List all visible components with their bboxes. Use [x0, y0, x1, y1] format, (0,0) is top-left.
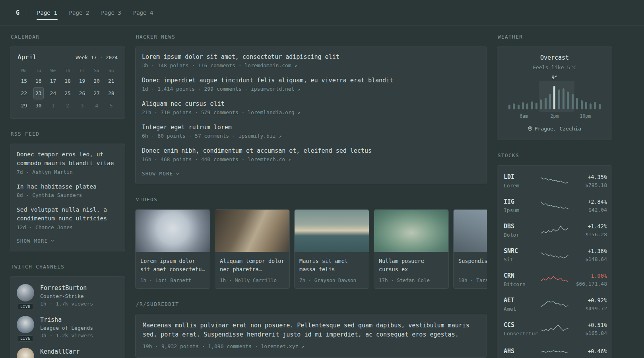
calendar-day[interactable]: 5 [104, 99, 118, 112]
hacker-news-item-domain[interactable]: loremlandia.org [248, 109, 294, 115]
stock-row[interactable]: IIGIpsum+2.84%$42.04 [504, 193, 605, 218]
stock-change: +2.84% [569, 198, 607, 205]
video-thumbnail[interactable] [454, 210, 487, 252]
calendar-day[interactable]: 28 [104, 87, 118, 99]
calendar-day[interactable]: 4 [89, 99, 104, 112]
hacker-news-item-domain[interactable]: loremtech.co [248, 156, 285, 162]
weather-bar [594, 102, 596, 109]
tab-page-3[interactable]: Page 3 [101, 10, 122, 16]
stock-row[interactable]: CCSConsectetur+0.51%$165.84 [504, 317, 605, 341]
stock-price: $795.18 [569, 182, 607, 188]
stock-symbol: AET [504, 297, 540, 304]
calendar-day[interactable]: 29 [17, 99, 31, 112]
calendar-day[interactable]: 16 [31, 75, 46, 87]
stock-sparkline [540, 298, 569, 310]
hacker-news-show-more-label: SHOW MORE [142, 171, 173, 177]
stock-row[interactable]: AHS+0.46% [504, 341, 605, 358]
stock-sparkline [540, 249, 569, 261]
twitch-channel-name[interactable]: ForrestBurton [40, 284, 93, 292]
subreddit-post-domain[interactable]: loremnet.xyz [261, 343, 298, 349]
calendar-day[interactable]: 3 [75, 99, 89, 112]
hacker-news-item-title[interactable]: Donec enim nibh, condimentum et accumsan… [142, 147, 480, 154]
tab-page-2[interactable]: Page 2 [69, 10, 90, 16]
twitch-channel-info: KendallCarr [40, 348, 80, 358]
hacker-news-show-more-button[interactable]: SHOW MORE [142, 171, 480, 177]
twitch-channel-row[interactable]: LIVEForrestBurtonCounter-Strike1h · 1.7k… [17, 284, 118, 307]
stock-row[interactable]: CRNBitcorn-1.00%$66,171.48 [504, 267, 605, 292]
hacker-news-item-domain[interactable]: loremdomain.com [244, 62, 291, 68]
rss-item[interactable]: Sed volutpat nulla nisl, a condimentum n… [17, 206, 118, 230]
hacker-news-item-meta: 6h · 60 points · 57 comments · ipsumify.… [142, 133, 480, 139]
video-thumbnail[interactable] [215, 210, 289, 252]
stock-symbol: SNRC [504, 247, 540, 255]
hacker-news-item: Integer eget rutrum lorem6h · 60 points … [142, 124, 480, 139]
twitch-channel-meta: 1h · 1.7k viewers [40, 301, 93, 307]
hacker-news-card: Lorem ipsum dolor sit amet, consectetur … [135, 47, 487, 184]
video-card[interactable]: Aliquam tempor dolor nec pharetra…1h · M… [215, 209, 290, 289]
tab-page-4[interactable]: Page 4 [133, 10, 154, 16]
twitch-channel-name[interactable]: Trisha [40, 316, 93, 323]
subreddit-post-title[interactable]: Maecenas mollis pulvinar erat non posuer… [143, 321, 479, 340]
stock-row[interactable]: AETAmet+0.92%$499.72 [504, 292, 605, 317]
weather-bar [545, 98, 547, 109]
subreddit-section-title: /R/SUBREDDIT [136, 301, 487, 307]
video-thumbnail[interactable] [136, 210, 210, 252]
external-link-icon: ↗ [295, 63, 297, 68]
calendar-day[interactable]: 30 [31, 99, 46, 112]
calendar-day[interactable]: 2 [60, 99, 75, 112]
weather-bar [590, 103, 592, 110]
tab-page-1[interactable]: Page 1 [37, 10, 58, 16]
calendar-day[interactable]: 23 [33, 87, 44, 99]
video-meta: 17h · Stefan Cole [379, 277, 444, 283]
calendar-day[interactable]: 24 [46, 87, 60, 99]
video-card[interactable]: Suspendisse diam18h · Tara [453, 209, 487, 289]
twitch-channel-name[interactable]: KendallCarr [40, 348, 80, 355]
hacker-news-item-domain[interactable]: ipsumworld.net [251, 86, 295, 92]
app-logo[interactable]: G [16, 9, 19, 16]
video-meta: 7h · Grayson Dawson [299, 277, 364, 283]
video-card[interactable]: Lorem ipsum dolor sit amet consectetu…1h… [135, 209, 210, 289]
calendar-day[interactable]: 20 [89, 75, 104, 87]
rss-item[interactable]: Donec tempor eros leo, ut commodo mauris… [17, 150, 118, 175]
video-thumbnail[interactable] [374, 210, 448, 252]
hacker-news-item-title[interactable]: Lorem ipsum dolor sit amet, consectetur … [142, 53, 480, 60]
calendar-day[interactable]: 1 [46, 99, 60, 112]
twitch-channel-row[interactable]: LIVETrishaLeague of Legends3h · 1.2k vie… [17, 316, 118, 339]
stock-symbol-block: SNRCSit [504, 247, 540, 263]
calendar-day[interactable]: 19 [75, 75, 89, 87]
calendar-day[interactable]: 25 [60, 87, 75, 99]
stock-name: Lorem [504, 183, 540, 189]
video-thumbnail[interactable] [295, 210, 369, 252]
rss-item[interactable]: In hac habitasse platea8d · Cynthia Saun… [17, 183, 118, 198]
calendar-day[interactable]: 27 [89, 87, 104, 99]
stock-sparkline [540, 200, 569, 212]
hacker-news-item-title[interactable]: Aliquam nec cursus elit [142, 100, 480, 107]
hacker-news-item-domain[interactable]: ipsumify.biz [239, 133, 276, 139]
video-body: Lorem ipsum dolor sit amet consectetu…1h… [136, 252, 210, 288]
hacker-news-item-title[interactable]: Donec imperdiet augue tincidunt felis al… [142, 77, 480, 84]
twitch-channel-row[interactable]: LIVEKendallCarr [17, 348, 118, 358]
rss-show-more-button[interactable]: SHOW MORE [17, 238, 118, 244]
left-column: CALENDAR April Week 17 · 2024 MoTuWeThFr… [10, 34, 125, 358]
video-card[interactable]: Mauris sit amet massa felis7h · Grayson … [294, 209, 369, 289]
stock-row[interactable]: LDILorem+4.35%$795.18 [504, 169, 605, 193]
top-nav: G Page 1Page 2Page 3Page 4 [0, 0, 644, 25]
external-link-icon: ↗ [297, 87, 300, 92]
stock-row[interactable]: DBSDolor+1.42%$156.28 [504, 218, 605, 243]
stock-row[interactable]: SNRCSit+1.36%$148.64 [504, 243, 605, 267]
calendar-day[interactable]: 22 [17, 87, 31, 99]
twitch-channel-game: League of Legends [40, 325, 93, 331]
video-title: Suspendisse diam [458, 257, 487, 274]
calendar-day[interactable]: 21 [104, 75, 118, 87]
hacker-news-item-meta: 1d · 1,414 points · 299 comments · ipsum… [142, 86, 480, 92]
twitch-channel-info: TrishaLeague of Legends3h · 1.2k viewers [40, 316, 93, 339]
calendar-day[interactable]: 15 [17, 75, 31, 87]
calendar-day[interactable]: 18 [60, 75, 75, 87]
hacker-news-item-title[interactable]: Integer eget rutrum lorem [142, 124, 480, 131]
calendar-day[interactable]: 17 [46, 75, 60, 87]
rss-section: RSS FEED Donec tempor eros leo, ut commo… [10, 131, 125, 251]
twitch-section: TWITCH CHANNELS LIVEForrestBurtonCounter… [10, 264, 125, 358]
calendar-day[interactable]: 26 [75, 87, 89, 99]
video-card[interactable]: Nullam posuere cursus ex17h · Stefan Col… [374, 209, 449, 289]
external-link-icon: ↗ [297, 110, 300, 115]
